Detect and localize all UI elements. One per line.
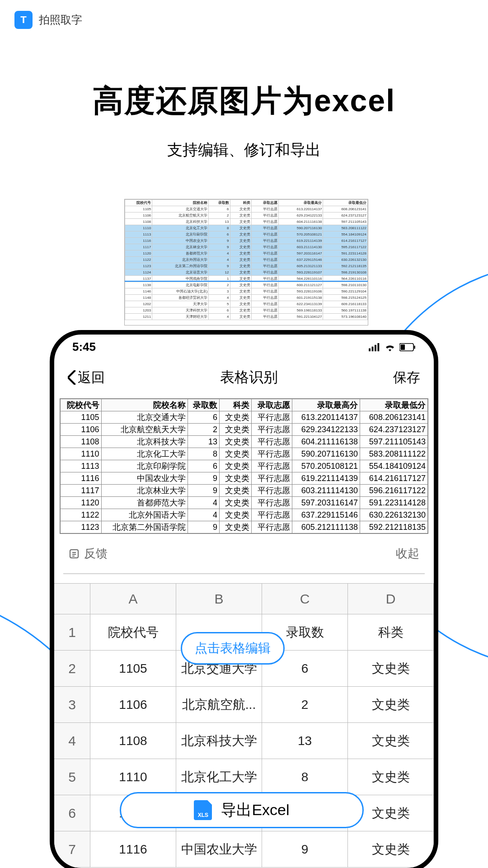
grid-cell[interactable]: 科类 xyxy=(348,614,434,651)
export-button-label: 导出Excel xyxy=(221,800,289,821)
back-label: 返回 xyxy=(78,368,105,387)
app-name: 拍照取字 xyxy=(39,13,82,27)
svg-rect-1 xyxy=(372,346,374,351)
edit-tooltip: 点击表格编辑 xyxy=(181,632,285,665)
col-header[interactable]: D xyxy=(348,584,434,614)
grid-cell[interactable]: 北京科技大学 xyxy=(176,723,262,759)
grid-corner xyxy=(54,584,90,614)
feedback-label: 反馈 xyxy=(84,546,108,561)
row-header[interactable]: 6 xyxy=(54,795,90,831)
row-header[interactable]: 7 xyxy=(54,831,90,868)
grid-cell[interactable]: 1110 xyxy=(90,759,176,795)
row-header[interactable]: 1 xyxy=(54,614,90,651)
svg-rect-2 xyxy=(375,344,376,351)
grid-cell[interactable]: 文史类 xyxy=(348,759,434,795)
export-excel-button[interactable]: XLS 导出Excel xyxy=(120,792,364,828)
battery-icon xyxy=(399,343,416,351)
hero-subtitle: 支持编辑、修订和导出 xyxy=(0,140,488,160)
scan-line xyxy=(125,281,368,282)
col-header[interactable]: A xyxy=(90,584,176,614)
grid-cell[interactable]: 1106 xyxy=(90,687,176,723)
chevron-left-icon xyxy=(68,370,77,385)
col-header[interactable]: B xyxy=(176,584,262,614)
grid-cell[interactable]: 中国农业大学 xyxy=(176,831,262,868)
signal-icon xyxy=(369,343,380,351)
grid-cell[interactable]: 9 xyxy=(262,831,348,868)
svg-rect-6 xyxy=(414,345,415,349)
row-header[interactable]: 4 xyxy=(54,723,90,759)
grid-cell[interactable]: 院校代号 xyxy=(90,614,176,651)
back-button[interactable]: 返回 xyxy=(68,368,105,387)
grid-cell[interactable]: 1105 xyxy=(90,651,176,687)
col-header[interactable]: C xyxy=(262,584,348,614)
feedback-bar: 反馈 收起 xyxy=(54,534,434,573)
svg-rect-5 xyxy=(400,344,405,350)
app-icon: T xyxy=(14,11,33,29)
grid-cell[interactable]: 北京航空航... xyxy=(176,687,262,723)
app-header: T 拍照取字 xyxy=(0,0,488,40)
hero-title: 高度还原图片为excel xyxy=(0,80,488,122)
nav-bar: 返回 表格识别 保存 xyxy=(54,357,434,398)
grid-cell[interactable]: 2 xyxy=(262,687,348,723)
grid-cell[interactable]: 北京化工大学 xyxy=(176,759,262,795)
divider xyxy=(63,573,425,574)
status-time: 5:45 xyxy=(72,340,96,354)
phone-frame: 5:45 返回 表格识别 保存 院校代号院校名称录取数科类录取志愿录取最高分录取… xyxy=(50,330,438,868)
feedback-icon xyxy=(69,548,80,559)
xls-icon: XLS xyxy=(194,800,212,820)
status-icons xyxy=(369,343,416,351)
status-bar: 5:45 xyxy=(54,335,434,357)
row-header[interactable]: 5 xyxy=(54,759,90,795)
wifi-icon xyxy=(384,343,396,351)
grid-cell[interactable]: 文史类 xyxy=(348,651,434,687)
recognition-result-table: 院校代号院校名称录取数科类录取志愿录取最高分录取最低分1105北京交通大学6文史… xyxy=(60,398,428,534)
grid-cell[interactable]: 文史类 xyxy=(348,687,434,723)
row-header[interactable]: 2 xyxy=(54,651,90,687)
page-title: 表格识别 xyxy=(220,368,278,387)
grid-cell[interactable]: 13 xyxy=(262,723,348,759)
collapse-button[interactable]: 收起 xyxy=(396,546,419,561)
svg-rect-3 xyxy=(377,343,379,351)
grid-cell[interactable]: 文史类 xyxy=(348,831,434,868)
feedback-button[interactable]: 反馈 xyxy=(69,546,108,561)
background-table-preview: 院校代号院校名称录取数科类录取志愿录取最高分录取最低分1105北京交通大学6文史… xyxy=(124,199,368,326)
save-button[interactable]: 保存 xyxy=(393,368,420,387)
row-header[interactable]: 3 xyxy=(54,687,90,723)
grid-cell[interactable]: 8 xyxy=(262,759,348,795)
grid-cell[interactable]: 1108 xyxy=(90,723,176,759)
grid-cell[interactable]: 文史类 xyxy=(348,723,434,759)
grid-cell[interactable]: 1116 xyxy=(90,831,176,868)
svg-rect-0 xyxy=(369,348,371,351)
